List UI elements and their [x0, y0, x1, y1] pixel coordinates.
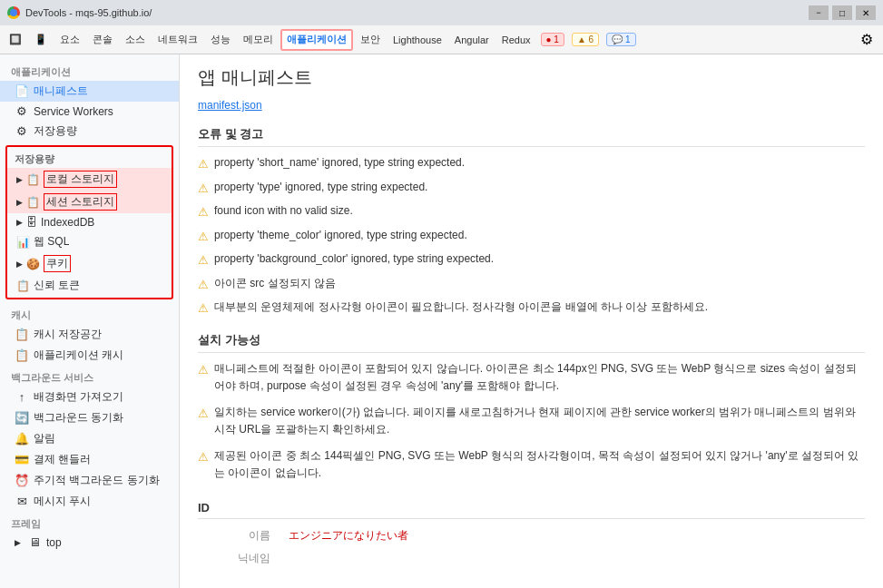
chrome-icon [7, 6, 20, 19]
indexeddb-arrow: ▶ [16, 218, 23, 227]
warn-icon-4: ⚠ [198, 228, 209, 246]
sidebar: 애플리케이션 📄 매니페스트 ⚙ Service Workers ⚙ 저장용량 … [0, 54, 180, 588]
websql-label: 웹 SQL [34, 234, 69, 250]
top-frame-label: top [46, 536, 62, 549]
maximize-button[interactable]: □ [832, 5, 852, 20]
tab-network[interactable]: 네트워크 [152, 29, 203, 51]
id-nickname-row: 닉네임 [198, 551, 865, 566]
sidebar-item-bg-fetch[interactable]: ↑ 배경화면 가져오기 [0, 387, 179, 407]
errors-section-title: 오류 및 경고 [198, 126, 865, 147]
top-frame-arrow: ▶ [15, 538, 21, 547]
sidebar-item-indexeddb[interactable]: ▶ 🗄 IndexedDB [7, 213, 172, 231]
cache-storage-label: 캐시 저장공간 [34, 327, 102, 342]
tab-security[interactable]: 보안 [355, 29, 386, 51]
settings-button[interactable]: ⚙ [854, 29, 879, 51]
tab-memory[interactable]: 메모리 [238, 29, 279, 51]
id-section-label: ID [198, 501, 865, 519]
sidebar-item-cookie[interactable]: ▶ 🍪 쿠키 [7, 252, 172, 275]
websql-icon: 📊 [16, 236, 30, 249]
sidebar-item-service-workers[interactable]: ⚙ Service Workers [0, 102, 179, 121]
sidebar-item-payment-handler[interactable]: 💳 결제 핸들러 [0, 449, 179, 470]
sidebar-item-notifications[interactable]: 🔔 알림 [0, 428, 179, 449]
install-text-2: 일치하는 service worker이(가) 없습니다. 페이지를 새로고침하… [214, 404, 865, 438]
warn-icon-1: ⚠ [198, 155, 209, 173]
storage-quota-icon: ⚙ [15, 124, 29, 138]
tab-console[interactable]: 콘솔 [87, 29, 118, 51]
close-button[interactable]: ✕ [856, 5, 876, 20]
push-messaging-icon: ✉ [15, 495, 29, 508]
id-name-row: 이름 エンジニアになりたい者 [198, 528, 865, 544]
bg-fetch-icon: ↑ [15, 390, 29, 404]
warn-text-4: property 'theme_color' ignored, type str… [214, 227, 467, 243]
cache-storage-icon: 📋 [15, 328, 29, 341]
warn-icon-2: ⚠ [198, 180, 209, 198]
info-badge[interactable]: 💬 1 [606, 33, 635, 46]
warning-item-1: ⚠ property 'short_name' ignored, type st… [198, 154, 865, 173]
sidebar-item-manifest[interactable]: 📄 매니페스트 [0, 81, 179, 102]
session-storage-label: 세션 스토리지 [44, 193, 117, 211]
cache-section-label: 캐시 [0, 303, 179, 324]
frames-section-label: 프레임 [0, 512, 179, 533]
install-item-2: ⚠ 일치하는 service worker이(가) 없습니다. 페이지를 새로고… [198, 404, 865, 438]
toolbar: 🔲 📱 요소 콘솔 소스 네트워크 성능 메모리 애플리케이션 보안 Light… [0, 25, 883, 54]
minimize-button[interactable]: － [809, 5, 829, 20]
content-area: 앱 매니페스트 manifest.json 오류 및 경고 ⚠ property… [180, 54, 883, 588]
top-frame-icon: 🖥 [27, 535, 42, 549]
install-item-1: ⚠ 매니페스트에 적절한 아이콘이 포함되어 있지 않습니다. 아이콘은 최소 … [198, 360, 865, 395]
sidebar-item-local-storage[interactable]: ▶ 📋 로컬 스토리지 [7, 168, 172, 191]
payment-handler-icon: 💳 [15, 453, 29, 466]
app-section-label: 애플리케이션 [0, 60, 179, 81]
warn-text-1: property 'short_name' ignored, type stri… [214, 154, 465, 171]
tab-elements[interactable]: 요소 [54, 29, 85, 51]
tab-application[interactable]: 애플리케이션 [280, 29, 353, 51]
warn-badge[interactable]: ▲ 6 [572, 33, 599, 46]
cookie-icon: 🍪 [26, 258, 40, 270]
warn-icon-3: ⚠ [198, 203, 209, 221]
install-text-3: 제공된 아이콘 중 최소 144픽셀인 PNG, SVG 또는 WebP 형식의… [214, 447, 865, 482]
cookie-arrow: ▶ [16, 260, 23, 269]
warning-item-5: ⚠ property 'background_color' ignored, t… [198, 250, 865, 270]
trust-token-label: 신뢰 토큰 [34, 278, 80, 293]
warning-item-4: ⚠ property 'theme_color' ignored, type s… [198, 227, 865, 246]
bg-section-label: 백그라운드 서비스 [0, 366, 179, 387]
id-section: ID 이름 エンジニアになりたい者 닉네임 [198, 501, 865, 566]
sidebar-item-bg-sync[interactable]: 🔄 백그라운드 동기화 [0, 407, 179, 428]
storage-group: 저장용량 ▶ 📋 로컬 스토리지 ▶ 📋 세션 스토리지 ▶ 🗄 Indexed… [5, 145, 173, 299]
cookie-label: 쿠키 [44, 255, 71, 272]
push-messaging-label: 메시지 푸시 [34, 494, 91, 509]
install-item-3: ⚠ 제공된 아이콘 중 최소 144픽셀인 PNG, SVG 또는 WebP 형… [198, 447, 865, 482]
install-warn-icon-1: ⚠ [198, 361, 209, 380]
sidebar-item-app-cache[interactable]: 📋 애플리케이션 캐시 [0, 345, 179, 366]
periodic-bg-sync-label: 주기적 백그라운드 동기화 [34, 473, 160, 488]
page-title: 앱 매니페스트 [198, 65, 865, 90]
main-layout: 애플리케이션 📄 매니페스트 ⚙ Service Workers ⚙ 저장용량 … [0, 54, 883, 588]
tab-sources[interactable]: 소스 [120, 29, 151, 51]
errors-section: 오류 및 경고 ⚠ property 'short_name' ignored,… [198, 126, 865, 318]
sidebar-item-session-storage[interactable]: ▶ 📋 세션 스토리지 [7, 191, 172, 213]
sidebar-item-storage-quota[interactable]: ⚙ 저장용량 [0, 121, 179, 142]
sidebar-item-trust-token[interactable]: 📋 신뢰 토큰 [7, 275, 172, 296]
sidebar-item-periodic-bg-sync[interactable]: ⏰ 주기적 백그라운드 동기화 [0, 470, 179, 491]
window-controls: － □ ✕ [809, 5, 876, 20]
tab-performance[interactable]: 성능 [205, 29, 236, 51]
manifest-icon: 📄 [15, 84, 29, 98]
title-bar-text: DevTools - mqs-95.github.io/ [25, 7, 803, 18]
sidebar-item-cache-storage[interactable]: 📋 캐시 저장공간 [0, 324, 179, 345]
sidebar-item-websql[interactable]: 📊 웹 SQL [7, 231, 172, 252]
error-badge[interactable]: ● 1 [541, 33, 564, 46]
tab-angular[interactable]: Angular [449, 29, 495, 51]
payment-handler-label: 결제 핸들러 [34, 452, 91, 467]
warning-item-3: ⚠ found icon with no valid size. [198, 202, 865, 221]
tab-redux[interactable]: Redux [496, 29, 536, 51]
trust-token-icon: 📋 [16, 279, 30, 292]
warning-item-7: ⚠ 대부분의 운영체제에 정사각형 아이콘이 필요합니다. 정사각형 아이콘을 … [198, 299, 865, 318]
manifest-link[interactable]: manifest.json [198, 99, 262, 112]
sidebar-item-top-frame[interactable]: ▶ 🖥 top [0, 533, 179, 552]
warn-text-5: property 'background_color' ignored, typ… [214, 250, 494, 267]
session-storage-arrow: ▶ [16, 198, 23, 207]
toolbar-inspect[interactable]: 🔲 [4, 29, 27, 51]
tab-lighthouse[interactable]: Lighthouse [388, 29, 447, 51]
install-warn-icon-2: ⚠ [198, 405, 209, 424]
toolbar-mobile[interactable]: 📱 [29, 29, 53, 51]
sidebar-item-push-messaging[interactable]: ✉ 메시지 푸시 [0, 491, 179, 512]
